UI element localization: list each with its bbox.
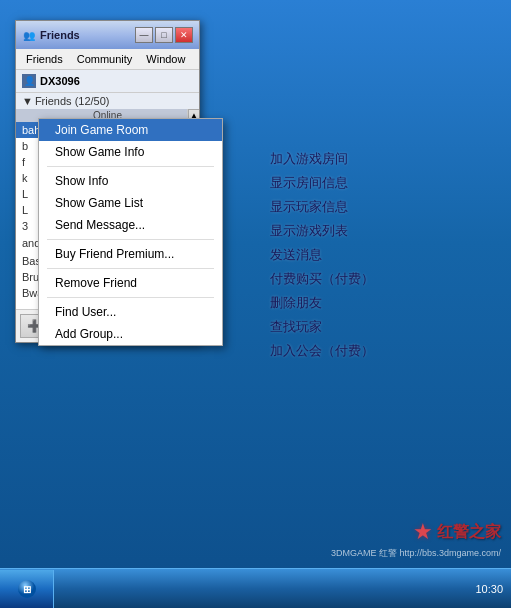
- logo-area: ★ 红警之家 3DMGAME 红警 http://bbs.3dmgame.com…: [331, 519, 501, 560]
- close-button[interactable]: ✕: [175, 27, 193, 43]
- separator-3: [47, 268, 214, 269]
- ctx-buy-premium[interactable]: Buy Friend Premium...: [39, 243, 222, 265]
- annotation-area: 加入游戏房间 显示房间信息 显示玩家信息 显示游戏列表 发送消息 付费购买（付费…: [270, 150, 374, 360]
- window-controls: — □ ✕: [135, 27, 193, 43]
- ctx-show-info[interactable]: Show Info: [39, 170, 222, 192]
- menu-bar: Friends Community Window: [16, 49, 199, 70]
- annotation-1: 显示房间信息: [270, 174, 374, 192]
- annotation-4: 发送消息: [270, 246, 374, 264]
- menu-friends[interactable]: Friends: [20, 51, 69, 67]
- separator-4: [47, 297, 214, 298]
- ctx-remove-friend[interactable]: Remove Friend: [39, 272, 222, 294]
- logo-graphic: ★ 红警之家: [413, 519, 501, 545]
- friends-icon: 👥: [22, 28, 36, 42]
- ctx-add-group[interactable]: Add Group...: [39, 323, 222, 345]
- friends-list-header: ▼ Friends (12/50): [16, 93, 199, 109]
- minimize-button[interactable]: —: [135, 27, 153, 43]
- annotation-8: 加入公会（付费）: [270, 342, 374, 360]
- logo-text: 红警之家: [437, 522, 501, 543]
- logo-star-icon: ★: [413, 519, 433, 545]
- username: DX3096: [40, 75, 80, 87]
- friends-count-label: Friends (12/50): [35, 95, 110, 107]
- expand-icon: ▼: [22, 95, 33, 107]
- context-menu: Join Game Room Show Game Info Show Info …: [38, 118, 223, 346]
- clock: 10:30: [475, 583, 503, 595]
- ctx-show-game-list[interactable]: Show Game List: [39, 192, 222, 214]
- menu-community[interactable]: Community: [71, 51, 139, 67]
- start-orb-icon: ⊞: [17, 579, 37, 599]
- annotation-6: 删除朋友: [270, 294, 374, 312]
- avatar: 👤: [22, 74, 36, 88]
- separator-2: [47, 239, 214, 240]
- desktop: 👥 Friends — □ ✕ Friends Community Window…: [0, 0, 511, 608]
- start-button[interactable]: ⊞: [0, 570, 54, 608]
- user-area: 👤 DX3096: [16, 70, 199, 93]
- annotation-5: 付费购买（付费）: [270, 270, 374, 288]
- site-url: 3DMGAME 红警 http://bbs.3dmgame.com/: [331, 547, 501, 560]
- ctx-join-game-room[interactable]: Join Game Room: [39, 119, 222, 141]
- ctx-find-user[interactable]: Find User...: [39, 301, 222, 323]
- separator-1: [47, 166, 214, 167]
- annotation-2: 显示玩家信息: [270, 198, 374, 216]
- annotation-3: 显示游戏列表: [270, 222, 374, 240]
- window-title: Friends: [40, 29, 135, 41]
- window-titlebar: 👥 Friends — □ ✕: [16, 21, 199, 49]
- svg-text:⊞: ⊞: [23, 584, 31, 595]
- taskbar: ⊞ 10:30: [0, 568, 511, 608]
- annotation-0: 加入游戏房间: [270, 150, 374, 168]
- menu-window[interactable]: Window: [140, 51, 191, 67]
- restore-button[interactable]: □: [155, 27, 173, 43]
- ctx-send-message[interactable]: Send Message...: [39, 214, 222, 236]
- ctx-show-game-info[interactable]: Show Game Info: [39, 141, 222, 163]
- annotation-7: 查找玩家: [270, 318, 374, 336]
